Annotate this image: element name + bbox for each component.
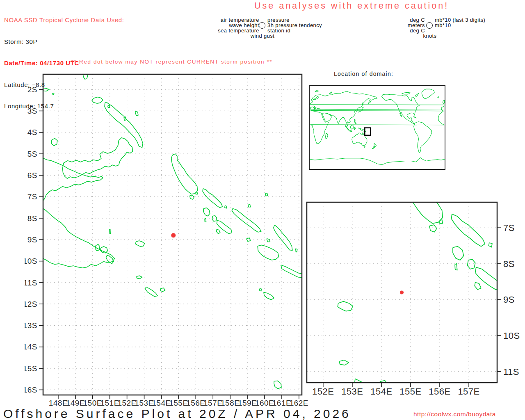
coastline-misima [339, 360, 349, 365]
tick-label-lon: 149E [66, 399, 85, 407]
world-coastline-6 [443, 100, 445, 104]
coastline-fergusson [287, 311, 290, 322]
coastline-santa-isabel [232, 208, 261, 232]
tick-label-lon: 155E [399, 386, 421, 397]
tick-label-lon: 151E [100, 399, 119, 407]
tick-label-lon: 160E [255, 399, 274, 407]
coastline-fauro [440, 220, 443, 224]
tick-label-lat: 9S [503, 294, 515, 305]
tick-label-lon: 154E [370, 386, 392, 397]
coastline-shortland [190, 195, 194, 200]
world-location-inset-map [308, 82, 449, 172]
world-coastline-4 [322, 113, 331, 121]
tick-label-lon: 156E [186, 399, 205, 407]
coastline-kolombangara [468, 259, 475, 269]
storm-position-warning: ** Red dot below may NOT represent CURRE… [71, 59, 272, 65]
tick-label-lon: 150E [83, 399, 102, 407]
tick-label-lon: 156E [429, 386, 450, 397]
coastline-djaul [108, 105, 110, 107]
tick-label-lat: 4S [27, 128, 37, 137]
tick-label-lon: 153E [341, 386, 363, 397]
world-coastline-24 [414, 122, 432, 153]
coastline-new-britain [287, 197, 333, 197]
tick-label-lat: 6S [27, 171, 37, 180]
tick-label-lon: 152E [117, 399, 136, 407]
legend-wind-gust: wind gust [221, 33, 304, 39]
world-coastline-5 [326, 133, 328, 139]
tick-label-lat: 9S [27, 235, 37, 244]
coastline-small-island-ne-choiseul [225, 206, 227, 208]
tick-label-lat: 8S [27, 214, 37, 223]
coastline-emirau [52, 93, 54, 95]
coastline-woodlark [136, 241, 145, 247]
tick-label-lat: 3S [27, 107, 37, 115]
coastline-woodlark [338, 301, 353, 311]
world-coastline-26 [315, 91, 319, 92]
coastline-ranongga [455, 264, 457, 270]
storm-position-dot [171, 233, 176, 237]
world-coastline-1 [309, 100, 444, 110]
coastline-choiseul [203, 189, 222, 208]
coastline-vella-lavella [203, 208, 210, 216]
tick-label-lat: 2S [27, 85, 37, 94]
world-coastline-20 [400, 113, 402, 117]
units-wind-gust: knots [389, 33, 471, 39]
coastline-guadalcanal [258, 245, 278, 260]
world-coastline-21 [382, 94, 420, 124]
tick-label-lat: 11S [25, 278, 37, 287]
info-source-line: NOAA SSD Tropical Cyclone Data Used: [4, 16, 124, 24]
coastline-png-se-peninsula [43, 208, 114, 268]
coastline-new-britain [62, 138, 132, 178]
world-coastline-16 [364, 146, 365, 147]
tick-label-lat: 7S [503, 223, 515, 233]
tick-label-lon: 157E [458, 386, 479, 397]
coastline-bougainville [398, 197, 443, 224]
world-coastline-7 [438, 96, 439, 98]
coastline-vella-lavella [453, 247, 463, 260]
coastline-small-island-ne-choiseul [488, 243, 492, 247]
coastline-new-georgia [217, 220, 232, 233]
zoomed-domain-map: 152E153E154E155E156E157E7S8S9S10S11S [287, 197, 525, 410]
tick-label-lat: 7S [27, 192, 37, 201]
source-url-link[interactable]: http://coolwx.com/buoydata [413, 411, 496, 418]
tick-label-lon: 158E [221, 399, 240, 407]
info-storm-id: Storm: 30P [4, 38, 124, 46]
tick-label-lat: 12S [25, 300, 37, 308]
coastline-choiseul [451, 214, 485, 247]
coastline-rossel [160, 288, 165, 292]
coastline-fauro [196, 192, 197, 194]
coastline-new-hanover [92, 97, 103, 103]
tick-label-lat: 11S [503, 367, 519, 377]
world-coastline-25 [329, 92, 332, 94]
world-coastline-22 [413, 116, 416, 118]
coastline-rennell [264, 292, 274, 299]
coastline-misima [137, 276, 142, 278]
inset-map-title: Location of domain: [334, 71, 393, 77]
coastline-tabar [135, 111, 138, 116]
coastline-manus-east-tip [43, 88, 49, 91]
units-circle-icon [426, 22, 433, 29]
tick-label-lon: 155E [169, 399, 188, 407]
caution-banner: Use analyses with extreme caution! [254, 1, 449, 11]
world-coastlines [309, 89, 445, 165]
tick-label-lat: 13S [25, 321, 37, 330]
coastline-ranongga [205, 218, 206, 222]
tick-label-lon: 152E [312, 386, 334, 397]
world-coastline-23 [422, 89, 434, 99]
world-coastline-18 [372, 146, 375, 149]
coastline-tagula [146, 287, 158, 297]
coastline-sakar [51, 138, 57, 146]
tick-label-lat: 15S [25, 364, 37, 373]
world-coastline-11 [350, 125, 354, 129]
tick-label-lat: 16S [25, 386, 37, 394]
coastline-png-se-peninsula [287, 247, 302, 347]
coastline-normanby [288, 326, 300, 340]
coastline-kiriwina [293, 283, 296, 290]
tick-label-lat: 10S [503, 331, 520, 341]
coastline-russell [247, 238, 251, 241]
coastline-florida [267, 239, 270, 242]
coastline-kiriwina [109, 229, 111, 233]
world-coastline-29 [309, 158, 445, 165]
coastline-new-ireland [105, 102, 143, 148]
coastline-bougainville [171, 154, 198, 194]
